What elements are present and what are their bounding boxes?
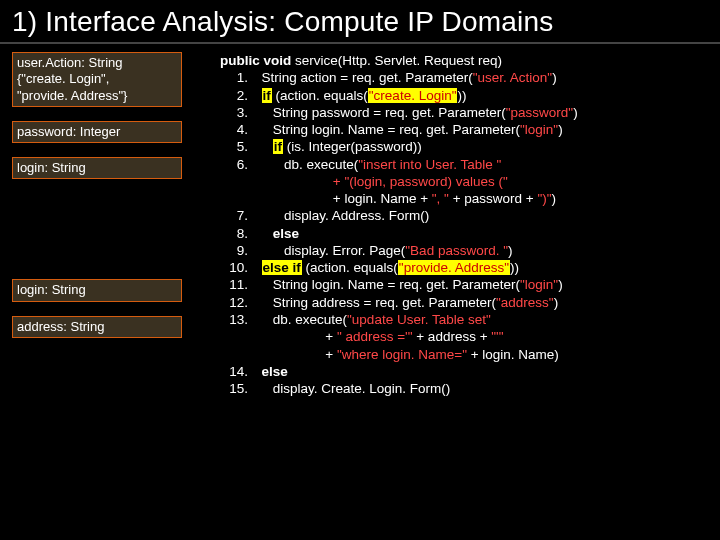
t: )) [510,260,519,275]
box-password: password: Integer [12,121,182,143]
left-column: user.Action: String {"create. Login", "p… [12,52,182,397]
t: + address + [412,329,491,344]
box-login-2: login: String [12,279,182,301]
code-block: public void service(Http. Servlet. Reque… [220,52,714,397]
box-line: user.Action: String [17,55,177,71]
sig-rest: service(Http. Servlet. Request req) [291,53,502,68]
str: "login" [520,122,558,137]
box-login-1: login: String [12,157,182,179]
t: db. execute( [284,157,358,172]
t: + login. Name + [333,191,432,206]
slide-title: 1) Interface Analysis: Compute IP Domain… [0,0,720,44]
lineno: 15. [220,380,248,397]
t: + login. Name) [467,347,559,362]
t: (is. Integer(password)) [283,139,422,154]
lineno: 5. [220,138,248,155]
str: " address ='" [337,329,413,344]
t: String login. Name = req. get. Parameter… [273,122,520,137]
lineno: 8. [220,225,248,242]
lineno: 2. [220,87,248,104]
str: "Bad password. " [405,243,508,258]
t: display. Error. Page( [284,243,405,258]
t: ) [552,70,557,85]
box-line: {"create. Login", [17,71,177,87]
t: String login. Name = req. get. Parameter… [273,277,520,292]
lineno: 9. [220,242,248,259]
str: ", " [432,191,449,206]
t: String address = req. get. Parameter( [273,295,496,310]
t: ) [573,105,578,120]
lineno: 7. [220,207,248,224]
t: db. execute( [273,312,347,327]
t: display. Create. Login. Form() [273,381,451,396]
lineno: 1. [220,69,248,86]
t: String password = req. get. Parameter( [273,105,506,120]
t: + [325,347,337,362]
kw-else: else [273,226,299,241]
str-hi: "create. Login" [368,88,458,103]
t: display. Address. Form() [284,208,429,223]
t: ) [554,295,559,310]
str: "update User. Table set" [347,312,491,327]
t: ) [558,122,563,137]
str: "where login. Name=" [337,347,467,362]
t: (action. equals( [272,88,368,103]
lineno: 14. [220,363,248,380]
code-area: public void service(Http. Servlet. Reque… [182,52,714,397]
kw-elseif: else if [262,260,302,275]
str-hi: "provide. Address" [398,260,510,275]
kw-public-void: public void [220,53,291,68]
kw-if: if [273,139,283,154]
lineno: 6. [220,156,248,173]
str: + "(login, password) values (" [333,174,508,189]
str: "password" [506,105,573,120]
kw-else: else [262,364,288,379]
lineno: 4. [220,121,248,138]
str: "address" [496,295,554,310]
box-line: "provide. Address"} [17,88,177,104]
lineno: 12. [220,294,248,311]
t: String action = req. get. Parameter( [262,70,473,85]
t: ) [558,277,563,292]
str: "login" [520,277,558,292]
t: + [325,329,337,344]
kw-if: if [262,88,272,103]
str: "user. Action" [473,70,552,85]
lineno: 10. [220,259,248,276]
t: (action. equals( [302,260,398,275]
lineno: 11. [220,276,248,293]
str: "insert into User. Table " [358,157,501,172]
str: ")" [537,191,551,206]
t: ) [552,191,557,206]
t: ) [508,243,513,258]
str: "'" [491,329,503,344]
box-user-action: user.Action: String {"create. Login", "p… [12,52,182,107]
t: + password + [449,191,538,206]
lineno: 3. [220,104,248,121]
content-area: user.Action: String {"create. Login", "p… [0,44,720,397]
lineno: 13. [220,311,248,328]
t: )) [457,88,466,103]
box-address: address: String [12,316,182,338]
